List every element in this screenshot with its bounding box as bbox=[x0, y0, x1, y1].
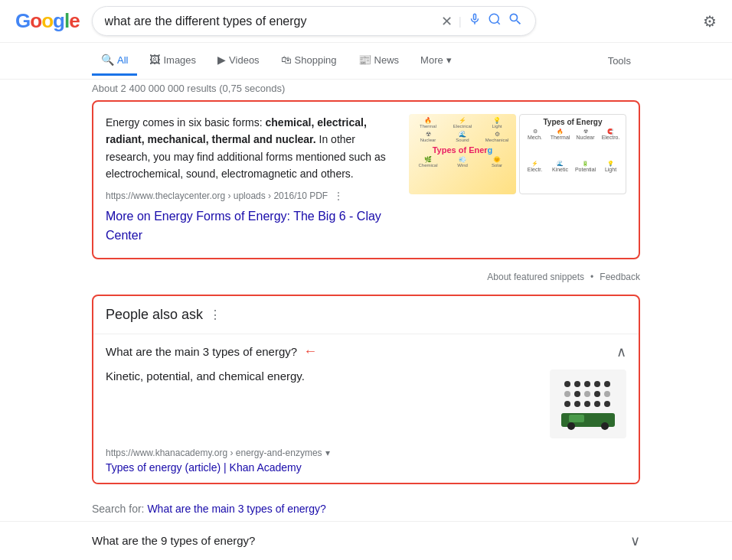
tab-shopping[interactable]: 🛍 Shopping bbox=[272, 46, 346, 76]
people-also-ask-box: People also ask ⋮ What are the main 3 ty… bbox=[92, 295, 640, 484]
search-input[interactable] bbox=[105, 15, 435, 28]
search-for-label: Search for: bbox=[92, 503, 144, 515]
svg-point-0 bbox=[489, 14, 498, 23]
shopping-tab-icon: 🛍 bbox=[281, 54, 292, 66]
snippet-link[interactable]: More on Energy Forms of Energy: The Big … bbox=[106, 210, 381, 243]
news-tab-icon: 📰 bbox=[358, 54, 371, 66]
tab-more[interactable]: More ▾ bbox=[411, 47, 461, 76]
paa-answer-section: Kinetic, potential, and chemical energy. bbox=[106, 370, 626, 438]
paa-answer-text: Kinetic, potential, and chemical energy. bbox=[106, 370, 305, 383]
search-bar[interactable]: ✕ | bbox=[92, 6, 536, 36]
tab-videos[interactable]: ▶ Videos bbox=[208, 46, 269, 76]
search-submit-icon[interactable] bbox=[508, 11, 523, 31]
search-for-row: Search for: What are the main 3 types of… bbox=[0, 497, 732, 521]
lens-icon[interactable] bbox=[488, 12, 502, 30]
paa-answer-text-container: Kinetic, potential, and chemical energy. bbox=[106, 370, 538, 438]
images-tab-icon: 🖼 bbox=[149, 54, 160, 66]
snippet-images: 🔥Thermal ⚡Electrical 💡Light ☢Nuclear 🌊So… bbox=[409, 114, 626, 246]
paa-menu-icon[interactable]: ⋮ bbox=[209, 308, 221, 322]
snippet-text-content: Energy comes in six basic forms: chemica… bbox=[106, 114, 397, 246]
tab-all[interactable]: 🔍 All bbox=[92, 46, 137, 76]
snippet-image-1[interactable]: 🔥Thermal ⚡Electrical 💡Light ☢Nuclear 🌊So… bbox=[409, 114, 516, 194]
search-for-link[interactable]: What are the main 3 types of energy? bbox=[147, 503, 325, 515]
snippet-intro: Energy comes in six basic forms: bbox=[106, 116, 266, 129]
faq-chevron-0: ∨ bbox=[630, 532, 640, 549]
snippet-image-2[interactable]: Types of Energy ⚙Mech. 🔥Thermal ☢Nuclear… bbox=[519, 114, 626, 194]
feedback-row: About featured snippets • Feedback bbox=[92, 272, 640, 282]
clear-icon[interactable]: ✕ bbox=[441, 13, 453, 30]
snippet-url: https://www.theclaycenter.org › uploads … bbox=[106, 189, 397, 203]
paa-source: https://www.khanacademy.org › energy-and… bbox=[106, 448, 626, 474]
featured-snippet: Energy comes in six basic forms: chemica… bbox=[92, 100, 640, 259]
header: Google ✕ | ⚙ bbox=[0, 0, 732, 43]
paa-red-arrow-icon: ← bbox=[303, 343, 317, 360]
paa-source-dropdown-icon[interactable]: ▾ bbox=[325, 448, 330, 458]
about-snippets-link[interactable]: About featured snippets bbox=[487, 272, 584, 282]
faq-question-0: What are the 9 types of energy? bbox=[92, 534, 255, 547]
paa-collapse-icon[interactable]: ∧ bbox=[616, 343, 626, 360]
all-tab-icon: 🔍 bbox=[101, 54, 114, 66]
results-count: About 2 400 000 000 results (0,75 second… bbox=[0, 80, 732, 100]
voice-icon[interactable] bbox=[468, 12, 482, 30]
paa-question-with-arrow: What are the main 3 types of energy? ← bbox=[106, 343, 317, 360]
faq-list: What are the 9 types of energy? ∨ What a… bbox=[0, 521, 732, 560]
paa-question-text[interactable]: What are the main 3 types of energy? bbox=[106, 345, 297, 358]
google-logo[interactable]: Google bbox=[15, 9, 80, 33]
tab-news[interactable]: 📰 News bbox=[349, 46, 409, 76]
tools-button[interactable]: Tools bbox=[599, 47, 640, 74]
nav-tabs: 🔍 All 🖼 Images ▶ Videos 🛍 Shopping 📰 New… bbox=[0, 43, 732, 80]
videos-tab-icon: ▶ bbox=[217, 54, 226, 66]
settings-icon[interactable]: ⚙ bbox=[703, 12, 717, 31]
tab-images[interactable]: 🖼 Images bbox=[140, 46, 205, 76]
paa-header: People also ask ⋮ bbox=[93, 296, 639, 334]
paa-source-link[interactable]: Types of energy (article) | Khan Academy bbox=[106, 461, 626, 474]
paa-source-url: https://www.khanacademy.org › energy-and… bbox=[106, 448, 626, 458]
paa-question-row: What are the main 3 types of energy? ← ∧ bbox=[106, 343, 626, 360]
paa-expanded-item: What are the main 3 types of energy? ← ∧… bbox=[93, 334, 639, 483]
paa-title: People also ask bbox=[106, 307, 203, 323]
snippet-more-icon[interactable]: ⋮ bbox=[334, 190, 343, 201]
paa-answer-image[interactable] bbox=[550, 370, 626, 438]
feedback-link[interactable]: Feedback bbox=[600, 272, 640, 282]
more-chevron-icon: ▾ bbox=[446, 54, 452, 66]
faq-item-0[interactable]: What are the 9 types of energy? ∨ bbox=[0, 521, 732, 560]
